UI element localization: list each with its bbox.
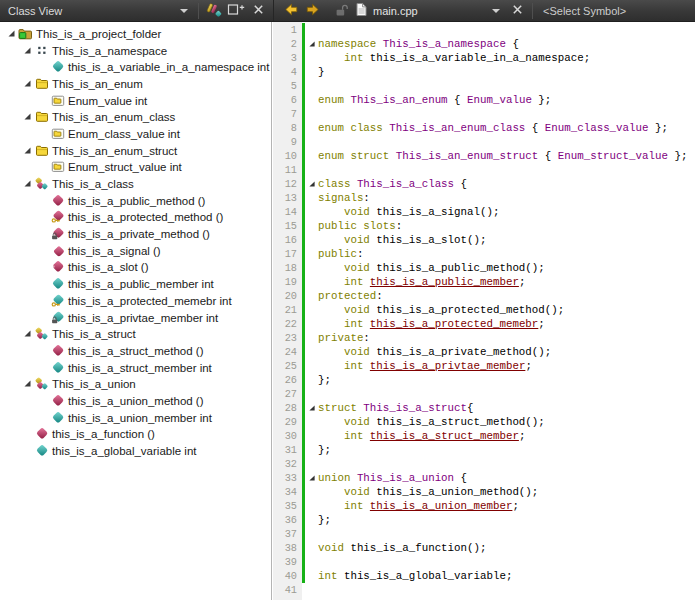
- tree-item[interactable]: This_is_an_enum_class: [0, 108, 271, 125]
- code-editor[interactable]: 12namespace This_is_a_namespace {3 int t…: [273, 22, 695, 600]
- code-line[interactable]: 23private:: [273, 331, 695, 345]
- line-number: 24: [273, 346, 302, 358]
- code-line[interactable]: 2namespace This_is_a_namespace {: [273, 37, 695, 51]
- expander-icon[interactable]: [4, 27, 18, 40]
- go-back-button[interactable]: [280, 1, 302, 21]
- tree-item[interactable]: this_is_a_union_member int: [0, 409, 271, 426]
- fold-marker-icon[interactable]: [305, 37, 318, 51]
- code-line[interactable]: 38void this_is_a_function();: [273, 541, 695, 555]
- method-protected-icon: [50, 210, 65, 223]
- code-line[interactable]: 39: [273, 555, 695, 569]
- tree-item[interactable]: this_is_a_union_method (): [0, 392, 271, 409]
- code-line[interactable]: 18 void this_is_a_public_method();: [273, 261, 695, 275]
- expander-spacer: [36, 194, 50, 207]
- chevron-down-icon[interactable]: [180, 9, 188, 13]
- code-text: class This_is_a_class {: [318, 178, 467, 190]
- tree-item[interactable]: This_is_a_struct: [0, 325, 271, 342]
- fold-column: [305, 79, 318, 93]
- code-line[interactable]: 24 void this_is_a_private_method();: [273, 345, 695, 359]
- expander-icon[interactable]: [20, 327, 34, 340]
- code-line[interactable]: 1: [273, 23, 695, 37]
- expander-icon[interactable]: [20, 77, 34, 90]
- symbol-selector-dropdown[interactable]: <Select Symbol>: [537, 1, 626, 21]
- method-public-icon: [50, 394, 65, 407]
- tree-item[interactable]: this_is_a_protected_method (): [0, 209, 271, 226]
- code-line[interactable]: 16 void this_is_a_slot();: [273, 233, 695, 247]
- code-line[interactable]: 9: [273, 135, 695, 149]
- code-line[interactable]: 19 int this_is_a_public_member;: [273, 275, 695, 289]
- code-line[interactable]: 17public:: [273, 247, 695, 261]
- fold-marker-icon[interactable]: [305, 401, 318, 415]
- close-pane-button[interactable]: [247, 1, 269, 21]
- open-file-dropdown[interactable]: main.cpp: [354, 1, 506, 21]
- expander-icon[interactable]: [20, 44, 34, 57]
- code-line[interactable]: 25 int this_is_a_privtae_member;: [273, 359, 695, 373]
- tree-item[interactable]: this_is_a_variable_in_a_namespace int: [0, 58, 271, 75]
- code-line[interactable]: 8enum class This_is_an_enum_class { Enum…: [273, 121, 695, 135]
- code-line[interactable]: 36};: [273, 513, 695, 527]
- line-number: 3: [273, 52, 302, 64]
- code-line[interactable]: 11: [273, 163, 695, 177]
- code-line[interactable]: 41: [273, 583, 695, 597]
- tree-item[interactable]: Enum_class_value int: [0, 125, 271, 142]
- code-line[interactable]: 7: [273, 107, 695, 121]
- code-text: };: [318, 514, 331, 526]
- code-line[interactable]: 5: [273, 79, 695, 93]
- code-line[interactable]: 30 int this_is_a_struct_member;: [273, 429, 695, 443]
- fold-column: [305, 583, 318, 597]
- tree-item[interactable]: This_is_an_enum: [0, 75, 271, 92]
- tree-item[interactable]: this_is_a_public_member int: [0, 275, 271, 292]
- tree-item[interactable]: this_is_a_privtae_member int: [0, 309, 271, 326]
- code-line[interactable]: 22 int this_is_a_protected_memebr;: [273, 317, 695, 331]
- fold-marker-icon[interactable]: [305, 177, 318, 191]
- tree-item[interactable]: This_is_an_enum_struct: [0, 142, 271, 159]
- expander-icon[interactable]: [20, 110, 34, 123]
- tree-item[interactable]: This_is_a_namespace: [0, 42, 271, 59]
- tree-item[interactable]: This_is_a_project_folder: [0, 25, 271, 42]
- code-line[interactable]: 37: [273, 527, 695, 541]
- tree-item[interactable]: this_is_a_protected_memebr int: [0, 292, 271, 309]
- code-line[interactable]: 40int this_is_a_global_variable;: [273, 569, 695, 583]
- expander-icon[interactable]: [20, 377, 34, 390]
- code-line[interactable]: 4}: [273, 65, 695, 79]
- code-line[interactable]: 14 void this_is_a_signal();: [273, 205, 695, 219]
- tree-item[interactable]: this_is_a_private_method (): [0, 225, 271, 242]
- code-line[interactable]: 10enum struct This_is_an_enum_struct { E…: [273, 149, 695, 163]
- tree-item[interactable]: this_is_a_struct_method (): [0, 342, 271, 359]
- code-line[interactable]: 3 int this_is_a_variable_in_a_namespace;: [273, 51, 695, 65]
- code-line[interactable]: 28struct This_is_a_struct{: [273, 401, 695, 415]
- close-document-button[interactable]: [506, 1, 528, 21]
- code-line[interactable]: 21 void this_is_a_protected_method();: [273, 303, 695, 317]
- code-line[interactable]: 6enum This_is_an_enum { Enum_value };: [273, 93, 695, 107]
- tree-item[interactable]: this_is_a_struct_member int: [0, 359, 271, 376]
- tree-item[interactable]: this_is_a_signal (): [0, 242, 271, 259]
- code-line[interactable]: 35 int this_is_a_union_member;: [273, 499, 695, 513]
- code-line[interactable]: 34 void this_is_a_union_method();: [273, 485, 695, 499]
- tree-item[interactable]: this_is_a_function (): [0, 426, 271, 443]
- tree-item[interactable]: This_is_a_union: [0, 375, 271, 392]
- go-forward-button[interactable]: [302, 1, 324, 21]
- tree-item[interactable]: Enum_struct_value int: [0, 159, 271, 176]
- split-pane-button[interactable]: [225, 1, 247, 21]
- line-number: 10: [273, 150, 302, 162]
- fold-marker-icon[interactable]: [305, 471, 318, 485]
- expander-icon[interactable]: [20, 144, 34, 157]
- class-browser-mode-button[interactable]: [203, 1, 225, 21]
- code-line[interactable]: 27: [273, 387, 695, 401]
- code-line[interactable]: 32: [273, 457, 695, 471]
- tree-item[interactable]: Enum_value int: [0, 92, 271, 109]
- code-line[interactable]: 15public slots:: [273, 219, 695, 233]
- expander-icon[interactable]: [20, 177, 34, 190]
- code-line[interactable]: 20protected:: [273, 289, 695, 303]
- code-line[interactable]: 31};: [273, 443, 695, 457]
- tree-item[interactable]: This_is_a_class: [0, 175, 271, 192]
- code-line[interactable]: 12class This_is_a_class {: [273, 177, 695, 191]
- code-line[interactable]: 13signals:: [273, 191, 695, 205]
- tree-item[interactable]: this_is_a_slot (): [0, 259, 271, 276]
- code-line[interactable]: 29 void this_is_a_struct_method();: [273, 415, 695, 429]
- tree-item[interactable]: this_is_a_global_variable int: [0, 442, 271, 459]
- classview-pane-title[interactable]: Class View: [8, 5, 174, 17]
- code-line[interactable]: 26};: [273, 373, 695, 387]
- tree-item[interactable]: this_is_a_public_method (): [0, 192, 271, 209]
- code-line[interactable]: 33union This_is_a_union {: [273, 471, 695, 485]
